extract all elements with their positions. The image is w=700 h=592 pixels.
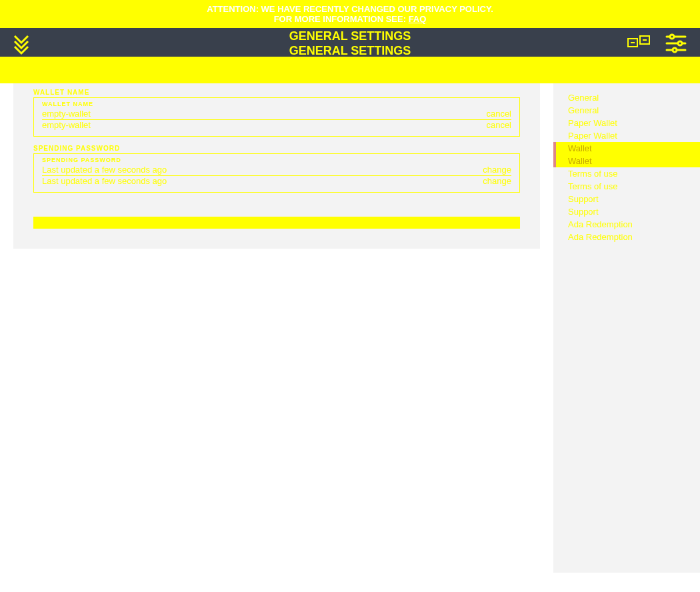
nav-paper-wallet[interactable]: Paper Wallet [553,117,700,129]
faq-link[interactable]: FAQ [409,14,427,24]
nav-general[interactable]: General [553,91,700,104]
spending-password-inner-label: SPENDING PASSWORD [42,157,511,163]
cancel-button[interactable]: cancel [486,120,511,130]
svg-point-7 [678,41,682,45]
wallet-icon[interactable] [627,32,653,57]
nav-paper-wallet[interactable]: Paper Wallet [553,129,700,142]
svg-point-9 [673,48,677,52]
cancel-button[interactable]: cancel [486,109,511,119]
spending-password-row: Last updated a few seconds ago change [42,176,511,187]
attention-banner: ATTENTION: WE HAVE RECENTLY CHANGED OUR … [0,0,700,28]
nav-support[interactable]: Support [553,193,700,205]
wallet-name-label: WALLET NAME [33,89,520,96]
nav-ada-redemption[interactable]: Ada Redemption [553,218,700,231]
wallet-name-inner-label: WALLET NAME [42,101,511,107]
yellow-bar [33,217,520,229]
nav-wallet[interactable]: Wallet [553,142,700,155]
spending-password-label: SPENDING PASSWORD [33,145,520,152]
yellow-strip [0,57,700,83]
page-title: GENERAL SETTINGS [0,29,700,43]
nav-terms[interactable]: Terms of use [553,180,700,193]
nav-ada-redemption[interactable]: Ada Redemption [553,231,700,243]
wallet-name-value: empty-wallet [42,109,91,119]
settings-content: WALLET NAME WALLET NAME empty-wallet can… [0,83,553,249]
wallet-name-row: empty-wallet cancel [42,120,511,131]
nav-terms[interactable]: Terms of use [553,167,700,180]
change-button[interactable]: change [483,165,511,175]
top-bar: GENERAL SETTINGS GENERAL SETTINGS [0,28,700,57]
wallet-name-field[interactable]: WALLET NAME empty-wallet cancel empty-wa… [33,97,520,137]
wallet-name-value: empty-wallet [42,120,91,130]
spending-password-value: Last updated a few seconds ago [42,165,167,175]
nav-wallet[interactable]: Wallet [553,155,700,167]
spending-password-row: Last updated a few seconds ago change [42,165,511,176]
page-title-shadow: GENERAL SETTINGS [0,44,700,58]
settings-sliders-icon[interactable] [665,33,688,56]
change-button[interactable]: change [483,176,511,186]
spending-password-value: Last updated a few seconds ago [42,176,167,186]
banner-line1: ATTENTION: WE HAVE RECENTLY CHANGED OUR … [0,4,700,14]
wallet-name-row: empty-wallet cancel [42,109,511,120]
spending-password-field[interactable]: SPENDING PASSWORD Last updated a few sec… [33,153,520,193]
settings-nav: General General Paper Wallet Paper Walle… [553,83,700,573]
banner-line2: FOR MORE INFORMATION SEE: FAQ [0,14,700,24]
svg-point-5 [670,35,674,39]
nav-general[interactable]: General [553,104,700,117]
nav-support[interactable]: Support [553,205,700,218]
